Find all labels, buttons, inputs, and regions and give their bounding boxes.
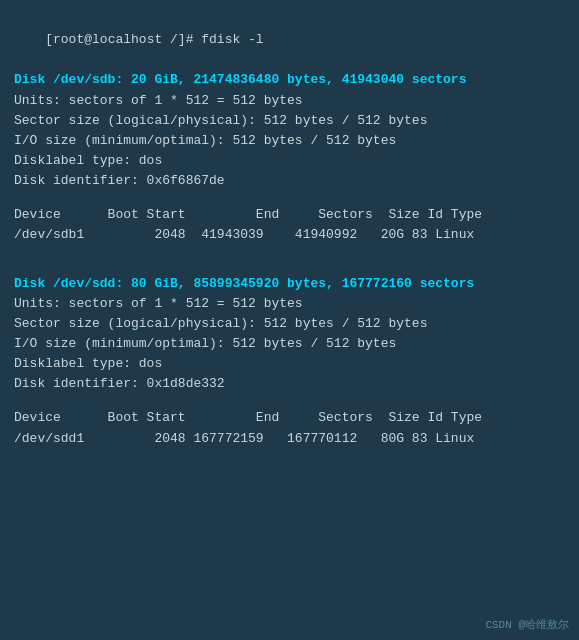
disk1-header: Disk /dev/sdb: 20 GiB, 21474836480 bytes… bbox=[14, 70, 565, 90]
disk1-table-header: Device Boot Start End Sectors Size Id Ty… bbox=[14, 205, 565, 225]
disk2-disklabel: Disklabel type: dos bbox=[14, 354, 565, 374]
disk1-units: Units: sectors of 1 * 512 = 512 bytes bbox=[14, 91, 565, 111]
disk1-io-size: I/O size (minimum/optimal): 512 bytes / … bbox=[14, 131, 565, 151]
disk2-header: Disk /dev/sdd: 80 GiB, 85899345920 bytes… bbox=[14, 274, 565, 294]
disk2-table-row: /dev/sdd1 2048 167772159 167770112 80G 8… bbox=[14, 429, 565, 449]
disk2-sector-size: Sector size (logical/physical): 512 byte… bbox=[14, 314, 565, 334]
prompt-line: [root@localhost /]# fdisk -l bbox=[14, 10, 565, 70]
disk2-table-header: Device Boot Start End Sectors Size Id Ty… bbox=[14, 408, 565, 428]
disk1-table-row: /dev/sdb1 2048 41943039 41940992 20G 83 … bbox=[14, 225, 565, 245]
disk1-identifier: Disk identifier: 0x6f6867de bbox=[14, 171, 565, 191]
disk1-sector-size: Sector size (logical/physical): 512 byte… bbox=[14, 111, 565, 131]
disk2-units: Units: sectors of 1 * 512 = 512 bytes bbox=[14, 294, 565, 314]
terminal-window: [root@localhost /]# fdisk -l Disk /dev/s… bbox=[0, 0, 579, 640]
prompt-text: [root@localhost /]# fdisk -l bbox=[45, 32, 263, 47]
disk2-identifier: Disk identifier: 0x1d8de332 bbox=[14, 374, 565, 394]
disk2-io-size: I/O size (minimum/optimal): 512 bytes / … bbox=[14, 334, 565, 354]
disk1-disklabel: Disklabel type: dos bbox=[14, 151, 565, 171]
watermark-text: CSDN @哈维敖尔 bbox=[485, 617, 569, 632]
